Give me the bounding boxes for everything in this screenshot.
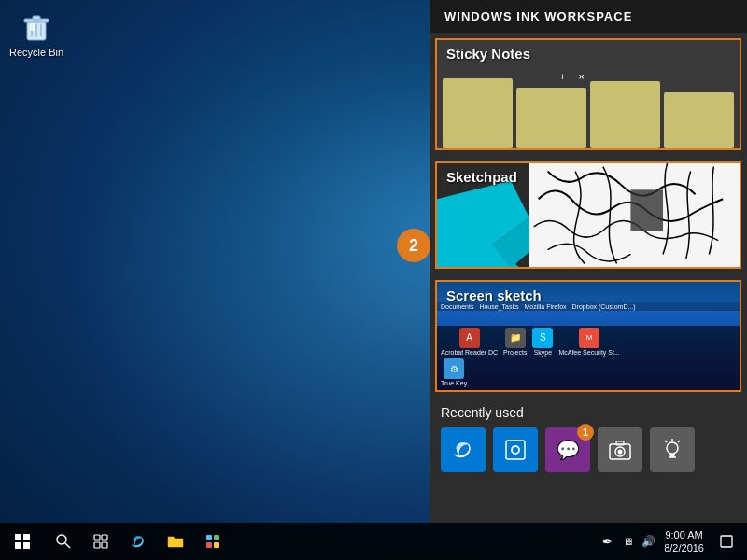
svg-rect-25 [94,535,100,540]
edge-taskbar-button[interactable] [120,523,157,560]
step-badge: 2 [397,229,430,262]
screen-sketch-section[interactable]: Screen sketch A Acrobat Reader DC 📁 Proj… [435,280,741,392]
search-button[interactable] [45,523,82,560]
sticky-note-2: + × [516,88,586,148]
taskbar-left [0,523,597,560]
svg-line-24 [65,543,70,548]
sticky-note-4 [664,92,734,148]
taskbar: ✒ 🖥 🔊 9:00 AM 8/2/2016 [0,523,747,560]
svg-point-16 [618,450,623,455]
ink-workspace-header: WINDOWS INK WORKSPACE [430,0,747,33]
svg-rect-27 [94,542,100,548]
svg-rect-26 [102,535,107,540]
sticky-note-3 [590,81,660,148]
recycle-bin-image [18,7,55,45]
sticky-note-add[interactable]: + [559,71,565,82]
sketchpad-label: Sketchpad [446,169,517,185]
svg-rect-28 [102,542,107,548]
desktop: Recycle Bin 2 WINDOWS INK WORKSPACE Stic… [0,0,747,560]
svg-rect-31 [206,542,212,548]
recent-lamp-icon[interactable] [650,427,695,472]
windows-logo [15,534,30,549]
svg-rect-10 [630,189,663,231]
pen-tray-icon[interactable]: ✒ [597,523,617,560]
recent-icons-row: 💬 1 [441,427,736,472]
feedback-badge: 1 [577,424,594,441]
svg-rect-32 [214,542,219,548]
svg-point-23 [57,535,66,544]
clock-time: 9:00 AM [665,528,702,541]
svg-point-13 [513,447,518,453]
recycle-bin-label: Recycle Bin [9,47,63,58]
task-view-button[interactable] [82,523,120,560]
notification-center-button[interactable] [710,523,743,560]
mini-acrobat-icon: A Acrobat Reader DC [441,328,498,357]
recently-used-title: Recently used [441,405,736,420]
svg-rect-29 [206,535,212,540]
mini-mcafee-icon: M McAfee Security St... [558,328,619,357]
mini-skype-icon: S Skype [532,328,553,357]
recycle-bin-icon[interactable]: Recycle Bin [3,4,70,62]
clock-date: 8/2/2016 [664,541,704,554]
svg-rect-30 [214,535,219,540]
volume-tray-icon[interactable]: 🔊 [638,523,658,560]
sketchpad-section[interactable]: Sketchpad [435,161,741,269]
mini-truekey-icon: ⚙ True Key [441,358,467,387]
recent-edge-icon[interactable] [441,427,486,472]
mini-projects-icon: 📁 Projects [503,328,527,357]
sticky-notes-label: Sticky Notes [446,46,530,62]
network-tray-icon[interactable]: 🖥 [617,523,638,560]
svg-line-22 [665,441,667,442]
recently-used-section: Recently used 💬 1 [430,398,747,480]
taskbar-right: ✒ 🖥 🔊 9:00 AM 8/2/2016 [597,523,747,560]
svg-rect-6 [30,23,35,31]
svg-line-21 [678,441,680,442]
svg-rect-5 [33,16,40,20]
recent-camera-icon[interactable] [598,427,642,472]
system-clock[interactable]: 9:00 AM 8/2/2016 [658,528,710,555]
svg-rect-33 [721,536,732,547]
start-button[interactable] [0,523,45,560]
recent-feedback-icon[interactable]: 💬 1 [545,427,590,472]
ink-workspace-panel: WINDOWS INK WORKSPACE Sticky Notes + × S… [430,0,747,523]
store-taskbar-button[interactable] [194,523,232,560]
sticky-note-1 [443,78,513,148]
screen-sketch-label: Screen sketch [446,287,542,303]
sticky-notes-section[interactable]: Sticky Notes + × [435,38,741,150]
recent-photos-icon[interactable] [493,427,538,472]
explorer-taskbar-button[interactable] [157,523,194,560]
system-tray: ✒ 🖥 🔊 [597,523,658,560]
sticky-note-close[interactable]: × [579,71,585,82]
svg-point-18 [667,442,678,454]
